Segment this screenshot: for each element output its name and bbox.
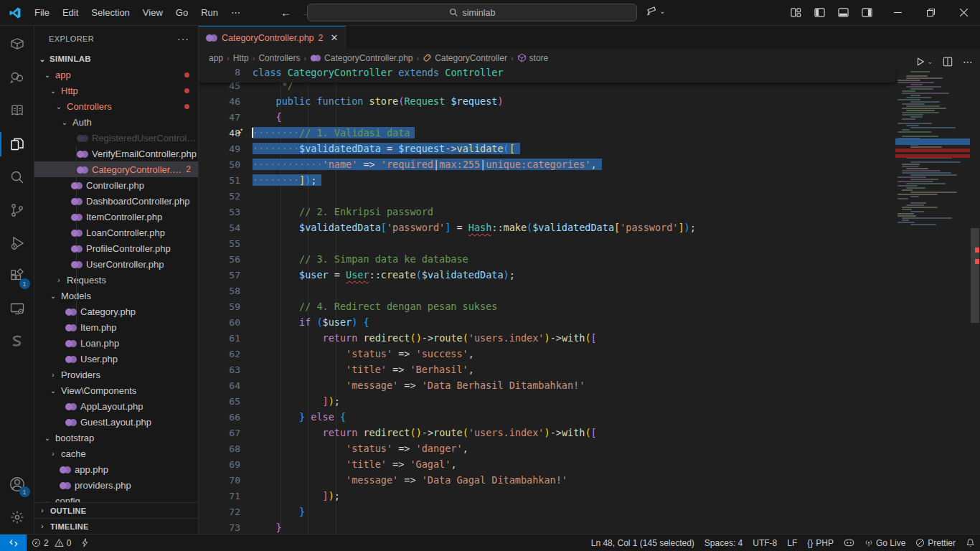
menu-[interactable]: ⋯: [225, 4, 246, 21]
code-line-46[interactable]: 46 public function store(Request $reques…: [199, 93, 895, 109]
tree-folder-view-components[interactable]: ⌄View\Components: [34, 382, 198, 398]
menu-run[interactable]: Run: [195, 4, 224, 21]
code-line-70[interactable]: 70 'message' => 'Data Gagal Ditambahkan!…: [199, 472, 895, 488]
tab-categorycontroller[interactable]: CategoryController.php 2 ✕: [199, 26, 346, 49]
copilot-menu-button[interactable]: ⌄: [646, 5, 665, 17]
breadcrumb-categorycontroller[interactable]: CategoryController: [423, 53, 507, 63]
tree-file-guestlayout-php[interactable]: GuestLayout.php: [34, 414, 198, 430]
activity-remote-explorer-icon[interactable]: [0, 293, 34, 326]
tree-file-itemcontroller-php[interactable]: ItemController.php: [34, 209, 198, 225]
eol-status[interactable]: LF: [782, 534, 802, 551]
split-editor-icon[interactable]: [943, 57, 953, 67]
sticky-scroll-line[interactable]: 8class CategoryController extends Contro…: [199, 67, 895, 83]
tree-file-user-php[interactable]: User.php: [34, 351, 198, 367]
activity-settings-gear-icon[interactable]: [0, 501, 34, 534]
breadcrumb-app[interactable]: app: [209, 53, 223, 63]
tree-file-dashboardcontroller-php[interactable]: DashboardController.php: [34, 193, 198, 209]
minimap[interactable]: [895, 67, 970, 534]
tree-file-registeredusercontroller-php[interactable]: RegisteredUserController.php: [34, 130, 198, 146]
code-line-54[interactable]: 54 $validatedData['password'] = Hash::ma…: [199, 220, 895, 235]
editor-scrollbar[interactable]: [970, 67, 980, 534]
code-line-64[interactable]: 64 'message' => 'Data Berhasil Ditambahk…: [199, 377, 895, 393]
activity-accounts-icon[interactable]: 1: [0, 468, 34, 501]
activity-search-icon[interactable]: [0, 161, 34, 194]
toggle-panel-icon[interactable]: [838, 7, 849, 18]
menu-view[interactable]: View: [137, 4, 169, 21]
code-line-47[interactable]: 47 {: [199, 109, 895, 125]
tree-file-controller-php[interactable]: Controller.php: [34, 177, 198, 193]
tree-folder-cache[interactable]: ›cache: [34, 446, 198, 461]
code-line-63[interactable]: 63 'title' => 'Berhasil',: [199, 362, 895, 377]
project-root-header[interactable]: ⌄ SIMINLAB: [34, 51, 198, 67]
activity-source-control-icon[interactable]: [0, 194, 34, 227]
code-line-48[interactable]: 48········// 1. Validasi data✦✦: [199, 125, 895, 141]
tree-file-app-php[interactable]: app.php: [34, 461, 198, 477]
code-line-53[interactable]: 53 // 2. Enkripsi password: [199, 204, 895, 220]
code-line-52[interactable]: 52: [199, 188, 895, 204]
menu-go[interactable]: Go: [170, 4, 194, 21]
activity-s-extension-icon[interactable]: [0, 326, 34, 359]
breadcrumb-controllers[interactable]: Controllers: [258, 53, 300, 63]
close-tab-icon[interactable]: ✕: [331, 32, 339, 43]
tree-folder-providers[interactable]: ›Providers: [34, 367, 198, 382]
activity-extensions-icon[interactable]: 1: [0, 260, 34, 293]
go-live-status[interactable]: Go Live: [859, 534, 910, 551]
code-line-72[interactable]: 72 }: [199, 504, 895, 519]
code-line-51[interactable]: 51········]);: [199, 172, 895, 188]
explorer-more-actions-icon[interactable]: ···: [177, 33, 189, 44]
code-line-68[interactable]: 68 'status' => 'danger',: [199, 441, 895, 456]
timeline-section-header[interactable]: › TIMELINE: [34, 518, 198, 534]
code-line-73[interactable]: 73 }: [199, 519, 895, 534]
prettier-status[interactable]: Prettier: [910, 534, 961, 551]
code-area[interactable]: 8class CategoryController extends Contro…: [199, 67, 980, 534]
code-line-60[interactable]: 60 if ($user) {: [199, 314, 895, 330]
cursor-position-status[interactable]: Ln 48, Col 1 (145 selected): [586, 534, 699, 551]
code-line-50[interactable]: 50············'name' => 'required|max:25…: [199, 156, 895, 172]
activity-docs-icon[interactable]: [0, 95, 34, 128]
activity-explorer-icon[interactable]: [0, 128, 34, 161]
toggle-secondary-sidebar-icon[interactable]: [862, 7, 872, 18]
activity-package-icon[interactable]: [0, 29, 34, 62]
notifications-bell-icon[interactable]: [961, 534, 980, 551]
language-mode-status[interactable]: {} PHP: [802, 534, 839, 551]
code-line-67[interactable]: 67 return redirect()->route('users.index…: [199, 425, 895, 441]
tree-folder-controllers[interactable]: ⌄Controllers: [34, 98, 198, 114]
customize-layout-icon[interactable]: [791, 7, 801, 18]
code-line-69[interactable]: 69 'title' => 'Gagal',: [199, 456, 895, 472]
breadcrumb-http[interactable]: Http: [233, 53, 249, 63]
code-line-58[interactable]: 58: [199, 283, 895, 298]
tree-folder-bootstrap[interactable]: ⌄bootstrap: [34, 430, 198, 446]
code-line-61[interactable]: 61 return redirect()->route('users.index…: [199, 330, 895, 346]
tree-file-profilecontroller-php[interactable]: ProfileController.php: [34, 240, 198, 256]
code-line-56[interactable]: 56 // 3. Simpan data ke database: [199, 251, 895, 267]
menu-selection[interactable]: Selection: [85, 4, 135, 21]
breadcrumb-store[interactable]: store: [517, 53, 549, 63]
tree-folder-models[interactable]: ⌄Models: [34, 288, 198, 303]
menu-file[interactable]: File: [29, 4, 55, 21]
code-line-55[interactable]: 55: [199, 235, 895, 251]
tree-file-loancontroller-php[interactable]: LoanController.php: [34, 225, 198, 240]
tree-folder-app[interactable]: ⌄app: [34, 67, 198, 83]
tree-file-loan-php[interactable]: Loan.php: [34, 335, 198, 351]
indentation-status[interactable]: Spaces: 4: [699, 534, 748, 551]
tree-folder-config[interactable]: ⌄config: [34, 493, 198, 502]
code-line-59[interactable]: 59 // 4. Redirect dengan pesan sukses: [199, 298, 895, 314]
activity-run-debug-icon[interactable]: [0, 227, 34, 260]
scrollbar-thumb[interactable]: [971, 228, 979, 323]
tree-file-categorycontroller-php[interactable]: CategoryController.php2: [34, 161, 198, 177]
command-center[interactable]: siminlab: [307, 4, 637, 22]
editor-more-actions-icon[interactable]: ⋯: [963, 56, 973, 67]
nav-back-icon[interactable]: ←: [281, 6, 291, 19]
tree-file-verifyemailcontroller-php[interactable]: VerifyEmailController.php: [34, 146, 198, 161]
tree-file-category-php[interactable]: Category.php: [34, 303, 198, 319]
tree-folder-auth[interactable]: ⌄Auth: [34, 114, 198, 130]
bolt-status-icon[interactable]: [76, 534, 94, 551]
code-line-71[interactable]: 71 ]);: [199, 488, 895, 504]
code-line-65[interactable]: 65 ]);: [199, 393, 895, 409]
activity-chat-icon[interactable]: [0, 62, 34, 95]
remote-indicator[interactable]: [0, 534, 27, 551]
menu-edit[interactable]: Edit: [57, 4, 84, 21]
tree-folder-http[interactable]: ⌄Http: [34, 83, 198, 98]
tree-file-providers-php[interactable]: providers.php: [34, 477, 198, 493]
outline-section-header[interactable]: › OUTLINE: [34, 502, 198, 518]
